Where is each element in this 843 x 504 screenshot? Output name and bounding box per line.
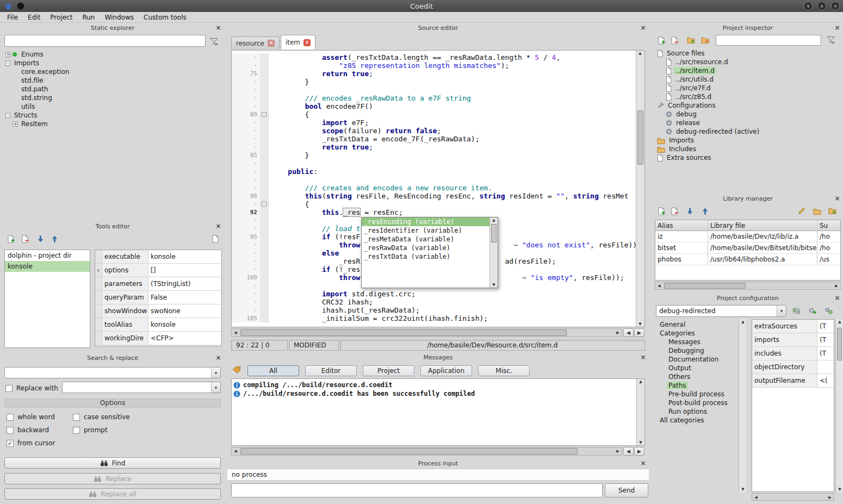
scrollbar-thumb[interactable]	[637, 110, 643, 165]
menu-file[interactable]: File	[2, 14, 23, 21]
messages-tab-misc[interactable]: Misc.	[478, 365, 530, 376]
menu-edit[interactable]: Edit	[23, 14, 45, 21]
code-line-85[interactable]: 85 }	[232, 151, 636, 159]
window-menu-icon[interactable]	[17, 2, 24, 10]
config-property-objectdirectory[interactable]: objectDirectory	[752, 360, 834, 374]
config-category-categories[interactable]: Categories	[654, 329, 737, 338]
completion-item-resencoding-variable[interactable]: _resEncoding (variable)	[362, 217, 489, 226]
scrollbar-thumb[interactable]	[664, 283, 746, 289]
scroll-up-icon[interactable]: ▲	[836, 320, 843, 324]
messages-tab-editor[interactable]: Editor	[305, 365, 357, 376]
static-tree-item-resitem[interactable]: +ResItem	[3, 120, 222, 128]
open-library-file-button[interactable]	[810, 205, 823, 217]
tool-property-queryparam[interactable]: queryParamFalse	[95, 291, 221, 304]
library-column-library-file[interactable]: Library file	[708, 220, 817, 231]
code-line-79[interactable]: · bool encodee7F()	[232, 102, 636, 110]
scroll-down-icon[interactable]: ▼	[637, 440, 644, 445]
completion-item-residentifier-variable[interactable]: _resIdentifier (variable)	[362, 226, 489, 235]
inspector-item-src-z85-d[interactable]: ../src/z85.d	[654, 92, 841, 101]
inspector-item-imports[interactable]: Imports	[654, 136, 841, 145]
config-grid-scrollbar[interactable]: ▲ ▼	[835, 319, 843, 492]
close-panel-icon[interactable]: ×	[834, 24, 841, 32]
close-panel-icon[interactable]: ×	[640, 24, 647, 32]
code-line-105[interactable]: 105 _initialSum = crc322uint(ihash.finis…	[232, 314, 636, 322]
code-line-90[interactable]: 90 this(string resFile, ResEncoding resE…	[232, 192, 636, 200]
code-line-102[interactable]: · import std.digest.crc;	[232, 290, 636, 298]
edit-library-button[interactable]	[795, 205, 808, 217]
process-input-field[interactable]	[231, 483, 603, 497]
expand-icon[interactable]: +	[5, 52, 10, 57]
code-line-73[interactable]: · assert(_resTxtData.length == _resRawDa…	[232, 53, 636, 61]
sync-configuration-button[interactable]	[790, 305, 803, 317]
find-button[interactable]: Find	[4, 457, 221, 469]
scrollbar-th�umb[interactable]	[240, 329, 567, 336]
add-library-folder-button[interactable]	[826, 205, 839, 217]
dropdown-arrow-icon[interactable]: ▾	[211, 368, 220, 378]
scrollbar-thumb[interactable]	[837, 328, 842, 360]
config-category-all-categories[interactable]: All categories	[654, 416, 737, 425]
checkbox-backward[interactable]: backward	[7, 424, 73, 437]
static-tree-item-utils[interactable]: utils	[3, 102, 222, 111]
scroll-right-icon[interactable]: ▶	[614, 447, 622, 455]
completion-item-restxtdata-variable[interactable]: _resTxtData (variable)	[362, 252, 489, 261]
collapse-icon[interactable]: -	[5, 61, 10, 66]
editor-vertical-scrollbar[interactable]: ▲ ▼	[636, 51, 644, 327]
expand-icon[interactable]: +	[13, 122, 17, 127]
messages-tab-project[interactable]: Project	[363, 365, 414, 376]
menu-custom-tools[interactable]: Custom tools	[139, 14, 191, 21]
completion-scrollbar[interactable]: ▲ ▼	[489, 217, 498, 288]
config-category-others[interactable]: Others	[654, 372, 737, 381]
inspector-item-src-resource-d[interactable]: ../src/resource.d	[654, 58, 841, 66]
inspector-item-extra-sources[interactable]: Extra sources	[654, 153, 841, 162]
scroll-down-icon[interactable]: ▼	[490, 283, 498, 287]
config-category-debugging[interactable]: Debugging	[654, 346, 737, 355]
search-term-combo[interactable]: ▾	[4, 367, 221, 378]
close-panel-icon[interactable]: ×	[640, 354, 647, 361]
scroll-up-icon[interactable]: ▲	[636, 51, 644, 55]
move-library-up-button[interactable]	[698, 205, 711, 217]
clone-configuration-button[interactable]	[822, 305, 835, 317]
symbol-filter-button[interactable]	[208, 35, 221, 47]
editor-tab-resource[interactable]: resource×	[231, 36, 280, 49]
inspector-filter-input[interactable]	[716, 35, 821, 46]
config-category-paths[interactable]: Paths	[654, 381, 737, 390]
config-property-extrasources[interactable]: extraSources(T	[752, 320, 834, 333]
inspector-filter-button[interactable]	[825, 34, 838, 46]
scrollbar-thumb[interactable]	[240, 448, 578, 455]
code-line-75[interactable]: 75 return true;	[232, 70, 636, 78]
tool-property-options[interactable]: ›options[]	[95, 264, 221, 277]
code-line-74[interactable]: · "z85 representation length mismatches"…	[232, 61, 636, 70]
config-category-pre-build-process[interactable]: Pre-build process	[654, 390, 737, 399]
config-property-outputfilename[interactable]: outputFilename<(	[752, 374, 834, 388]
collapse-icon[interactable]: -	[5, 113, 10, 118]
config-category-run-options[interactable]: Run options	[654, 407, 737, 416]
checkbox-whole-word[interactable]: whole word	[7, 410, 73, 424]
remove-library-button[interactable]	[668, 205, 681, 217]
library-column-alias[interactable]: Alias	[655, 220, 708, 231]
library-horizontal-scrollbar[interactable]: ◀ ▶	[655, 282, 841, 290]
messages-vertical-scrollbar[interactable]: ▲▼	[636, 379, 644, 445]
tool-property-toolalias[interactable]: toolAliaskonsole	[95, 318, 221, 332]
code-editor[interactable]: · assert(_resTxtData.length == _resRawDa…	[231, 50, 645, 327]
tool-property-executable[interactable]: executablekonsole	[95, 250, 221, 264]
menu-project[interactable]: Project	[45, 14, 77, 21]
config-horizontal-scrollbar[interactable]: ◀ ▶	[752, 493, 834, 501]
static-tree-item-std-file[interactable]: std.file	[3, 76, 222, 85]
replace-button[interactable]: Replace	[4, 473, 221, 484]
library-row-iz[interactable]: iz/home/basile/Dev/Iz/lib/iz.a/ho	[655, 231, 840, 242]
send-button[interactable]: Send	[605, 483, 648, 497]
code-line-83[interactable]: · _resTxtData = encode_7F(_resRawData);	[232, 135, 636, 143]
config-category-post-build-process[interactable]: Post-build process	[654, 399, 737, 407]
static-tree-item-enums[interactable]: +Enums	[3, 50, 222, 59]
add-configuration-button[interactable]	[806, 305, 819, 317]
completion-item-resrawdata-variable[interactable]: _resRawData (variable)	[362, 244, 489, 252]
scroll-left-icon[interactable]: ◀	[752, 494, 760, 501]
tool-item-konsole[interactable]: konsole	[5, 261, 90, 272]
clear-messages-button[interactable]	[230, 364, 243, 376]
scroll-left-icon[interactable]: ◀	[232, 447, 239, 455]
remove-source-button[interactable]	[668, 34, 681, 46]
config-tree-scrollbar[interactable]: ▲ ▼	[739, 319, 746, 492]
remove-source-folder-button[interactable]	[698, 34, 711, 46]
inspector-item-source-files[interactable]: Source files	[654, 49, 841, 58]
code-line-92[interactable]: 92 this._res = resEnc;	[232, 208, 636, 216]
